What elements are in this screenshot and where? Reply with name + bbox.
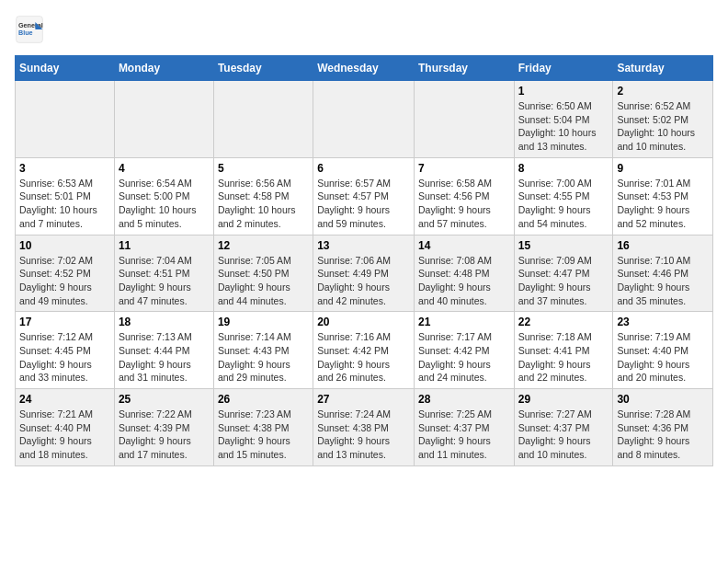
calendar-cell: 14Sunrise: 7:08 AM Sunset: 4:48 PM Dayli…: [414, 235, 514, 312]
calendar-cell: [213, 81, 313, 158]
day-info: Sunrise: 7:19 AM Sunset: 4:40 PM Dayligh…: [617, 330, 709, 385]
logo: General Blue: [15, 15, 48, 44]
calendar-cell: [313, 81, 415, 158]
calendar-cell: 15Sunrise: 7:09 AM Sunset: 4:47 PM Dayli…: [514, 235, 613, 312]
day-info: Sunrise: 7:22 AM Sunset: 4:39 PM Dayligh…: [119, 408, 210, 462]
day-info: Sunrise: 7:00 AM Sunset: 4:55 PM Dayligh…: [518, 177, 609, 231]
weekday-header-row: SundayMondayTuesdayWednesdayThursdayFrid…: [16, 56, 713, 81]
weekday-header-monday: Monday: [114, 56, 213, 81]
day-number: 10: [19, 239, 110, 252]
day-info: Sunrise: 7:10 AM Sunset: 4:46 PM Dayligh…: [617, 254, 709, 308]
day-number: 26: [218, 393, 309, 406]
calendar-cell: 18Sunrise: 7:13 AM Sunset: 4:44 PM Dayli…: [114, 312, 213, 389]
day-number: 24: [19, 393, 110, 406]
day-info: Sunrise: 7:17 AM Sunset: 4:42 PM Dayligh…: [418, 330, 510, 385]
day-number: 18: [119, 316, 210, 328]
day-info: Sunrise: 7:27 AM Sunset: 4:37 PM Dayligh…: [518, 408, 609, 462]
calendar-cell: 16Sunrise: 7:10 AM Sunset: 4:46 PM Dayli…: [613, 235, 713, 312]
day-info: Sunrise: 7:04 AM Sunset: 4:51 PM Dayligh…: [119, 254, 210, 308]
day-number: 28: [418, 393, 510, 406]
day-number: 27: [317, 393, 410, 406]
weekday-header-sunday: Sunday: [16, 56, 115, 81]
day-info: Sunrise: 6:57 AM Sunset: 4:57 PM Dayligh…: [317, 177, 410, 231]
day-number: 21: [418, 316, 510, 328]
weekday-header-saturday: Saturday: [613, 56, 713, 81]
weekday-header-thursday: Thursday: [414, 56, 514, 81]
calendar-cell: 24Sunrise: 7:21 AM Sunset: 4:40 PM Dayli…: [16, 389, 115, 466]
calendar-cell: 19Sunrise: 7:14 AM Sunset: 4:43 PM Dayli…: [213, 312, 313, 389]
calendar-cell: [414, 81, 514, 158]
calendar-cell: 30Sunrise: 7:28 AM Sunset: 4:36 PM Dayli…: [613, 389, 713, 466]
calendar-week-row: 10Sunrise: 7:02 AM Sunset: 4:52 PM Dayli…: [16, 235, 713, 312]
header: General Blue: [15, 15, 713, 44]
day-info: Sunrise: 7:12 AM Sunset: 4:45 PM Dayligh…: [19, 330, 110, 385]
calendar-cell: 21Sunrise: 7:17 AM Sunset: 4:42 PM Dayli…: [414, 312, 514, 389]
calendar-cell: 23Sunrise: 7:19 AM Sunset: 4:40 PM Dayli…: [613, 312, 713, 389]
day-info: Sunrise: 7:01 AM Sunset: 4:53 PM Dayligh…: [617, 177, 709, 231]
day-info: Sunrise: 7:13 AM Sunset: 4:44 PM Dayligh…: [119, 330, 210, 385]
day-number: 19: [218, 316, 309, 328]
day-number: 8: [518, 162, 609, 175]
day-info: Sunrise: 7:09 AM Sunset: 4:47 PM Dayligh…: [518, 254, 609, 308]
calendar-week-row: 3Sunrise: 6:53 AM Sunset: 5:01 PM Daylig…: [16, 157, 713, 235]
day-number: 11: [119, 239, 210, 252]
calendar-cell: 29Sunrise: 7:27 AM Sunset: 4:37 PM Dayli…: [514, 389, 613, 466]
day-number: 14: [418, 239, 510, 252]
calendar-cell: 1Sunrise: 6:50 AM Sunset: 5:04 PM Daylig…: [514, 81, 613, 158]
day-number: 25: [119, 393, 210, 406]
calendar-cell: 26Sunrise: 7:23 AM Sunset: 4:38 PM Dayli…: [213, 389, 313, 466]
calendar-cell: 10Sunrise: 7:02 AM Sunset: 4:52 PM Dayli…: [16, 235, 115, 312]
day-info: Sunrise: 6:56 AM Sunset: 4:58 PM Dayligh…: [218, 177, 309, 231]
day-number: 13: [317, 239, 410, 252]
day-number: 2: [617, 85, 709, 98]
day-info: Sunrise: 6:54 AM Sunset: 5:00 PM Dayligh…: [119, 177, 210, 231]
calendar-cell: 4Sunrise: 6:54 AM Sunset: 5:00 PM Daylig…: [114, 157, 213, 235]
day-number: 29: [518, 393, 609, 406]
day-info: Sunrise: 7:14 AM Sunset: 4:43 PM Dayligh…: [218, 330, 309, 385]
calendar-cell: [114, 81, 213, 158]
day-info: Sunrise: 7:18 AM Sunset: 4:41 PM Dayligh…: [518, 330, 609, 385]
day-number: 4: [119, 162, 210, 175]
calendar-cell: 20Sunrise: 7:16 AM Sunset: 4:42 PM Dayli…: [313, 312, 415, 389]
day-number: 12: [218, 239, 309, 252]
calendar-cell: 17Sunrise: 7:12 AM Sunset: 4:45 PM Dayli…: [16, 312, 115, 389]
day-number: 3: [19, 162, 110, 175]
calendar-cell: 11Sunrise: 7:04 AM Sunset: 4:51 PM Dayli…: [114, 235, 213, 312]
day-number: 9: [617, 162, 709, 175]
day-number: 30: [617, 393, 709, 406]
day-number: 16: [617, 239, 709, 252]
day-info: Sunrise: 7:23 AM Sunset: 4:38 PM Dayligh…: [218, 408, 309, 462]
calendar-week-row: 17Sunrise: 7:12 AM Sunset: 4:45 PM Dayli…: [16, 312, 713, 389]
calendar-week-row: 24Sunrise: 7:21 AM Sunset: 4:40 PM Dayli…: [16, 389, 713, 466]
day-info: Sunrise: 7:08 AM Sunset: 4:48 PM Dayligh…: [418, 254, 510, 308]
calendar-cell: 7Sunrise: 6:58 AM Sunset: 4:56 PM Daylig…: [414, 157, 514, 235]
calendar-cell: 12Sunrise: 7:05 AM Sunset: 4:50 PM Dayli…: [213, 235, 313, 312]
calendar-cell: 2Sunrise: 6:52 AM Sunset: 5:02 PM Daylig…: [613, 81, 713, 158]
day-number: 7: [418, 162, 510, 175]
day-info: Sunrise: 6:53 AM Sunset: 5:01 PM Dayligh…: [19, 177, 110, 231]
calendar-table: SundayMondayTuesdayWednesdayThursdayFrid…: [15, 55, 713, 466]
day-info: Sunrise: 6:58 AM Sunset: 4:56 PM Dayligh…: [418, 177, 510, 231]
svg-text:Blue: Blue: [18, 29, 33, 37]
calendar-header: SundayMondayTuesdayWednesdayThursdayFrid…: [16, 56, 713, 81]
weekday-header-friday: Friday: [514, 56, 613, 81]
day-info: Sunrise: 6:50 AM Sunset: 5:04 PM Dayligh…: [518, 99, 609, 154]
day-info: Sunrise: 7:02 AM Sunset: 4:52 PM Dayligh…: [19, 254, 110, 308]
day-info: Sunrise: 7:16 AM Sunset: 4:42 PM Dayligh…: [317, 330, 410, 385]
day-number: 23: [617, 316, 709, 328]
calendar-cell: 6Sunrise: 6:57 AM Sunset: 4:57 PM Daylig…: [313, 157, 415, 235]
day-info: Sunrise: 7:05 AM Sunset: 4:50 PM Dayligh…: [218, 254, 309, 308]
logo-icon: General Blue: [15, 15, 44, 44]
day-number: 5: [218, 162, 309, 175]
day-info: Sunrise: 7:21 AM Sunset: 4:40 PM Dayligh…: [19, 408, 110, 462]
calendar-cell: 22Sunrise: 7:18 AM Sunset: 4:41 PM Dayli…: [514, 312, 613, 389]
calendar-cell: 3Sunrise: 6:53 AM Sunset: 5:01 PM Daylig…: [16, 157, 115, 235]
calendar-cell: 5Sunrise: 6:56 AM Sunset: 4:58 PM Daylig…: [213, 157, 313, 235]
day-number: 17: [19, 316, 110, 328]
day-number: 22: [518, 316, 609, 328]
calendar-body: 1Sunrise: 6:50 AM Sunset: 5:04 PM Daylig…: [16, 81, 713, 466]
weekday-header-wednesday: Wednesday: [313, 56, 415, 81]
day-number: 6: [317, 162, 410, 175]
calendar-cell: 8Sunrise: 7:00 AM Sunset: 4:55 PM Daylig…: [514, 157, 613, 235]
day-info: Sunrise: 7:25 AM Sunset: 4:37 PM Dayligh…: [418, 408, 510, 462]
